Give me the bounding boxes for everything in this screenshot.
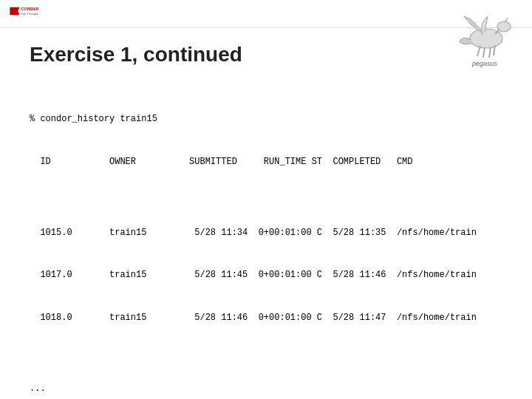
condor-logo-icon: CONDOR High Throughput Computing [9, 4, 38, 24]
table-row: 1017.0 train15 5/28 11:45 0+00:01:00 C 5… [30, 268, 502, 282]
svg-text:High Throughput Computing: High Throughput Computing [21, 13, 38, 16]
slide-title: Exercise 1, continued [30, 43, 502, 66]
terminal-rows: 1015.0 train15 5/28 11:34 0+00:01:00 C 5… [30, 198, 502, 354]
svg-line-8 [489, 47, 491, 58]
logo-area: CONDOR High Throughput Computing [9, 4, 38, 24]
table-row: 1015.0 train15 5/28 11:34 0+00:01:00 C 5… [30, 226, 502, 240]
terminal-command: % condor_history train15 [30, 112, 502, 126]
table-row: 1018.0 train15 5/28 11:46 0+00:01:00 C 5… [30, 311, 502, 325]
main-content: Exercise 1, continued % condor_history t… [0, 28, 532, 399]
svg-text:CONDOR: CONDOR [21, 6, 38, 10]
terminal-header: ID OWNER SUBMITTED RUN_TIME ST COMPLETED… [30, 155, 502, 169]
terminal-block: % condor_history train15 ID OWNER SUBMIT… [30, 84, 502, 399]
pegasus-label: pegasus [471, 60, 498, 67]
svg-marker-0 [10, 7, 19, 15]
pegasus-area: pegasus [442, 3, 523, 69]
svg-line-7 [483, 47, 485, 58]
terminal-ellipsis: ... [30, 382, 502, 396]
pegasus-icon: pegasus [442, 3, 523, 69]
